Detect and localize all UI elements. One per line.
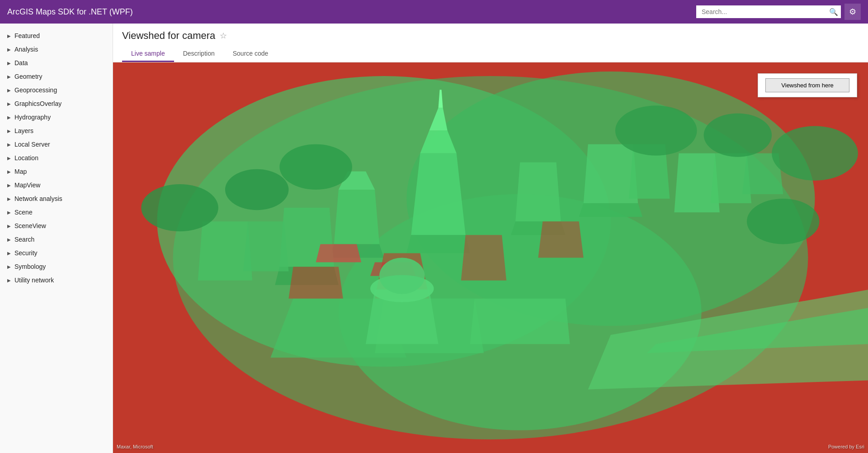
- sidebar-item-label: MapView: [14, 181, 40, 189]
- sidebar-item-geoprocessing[interactable]: ▶Geoprocessing: [0, 83, 113, 97]
- tab-bar: Live sampleDescriptionSource code: [122, 46, 859, 62]
- chevron-icon: ▶: [7, 156, 11, 161]
- chevron-icon: ▶: [7, 251, 11, 256]
- app-header: ArcGIS Maps SDK for .NET (WPF) 🔍 ⚙: [0, 0, 868, 24]
- sidebar-item-analysis[interactable]: ▶Analysis: [0, 43, 113, 56]
- sidebar-item-label: SceneView: [14, 222, 46, 229]
- favorite-icon[interactable]: ☆: [220, 31, 227, 41]
- sidebar-item-data[interactable]: ▶Data: [0, 56, 113, 70]
- sidebar-item-mapview[interactable]: ▶MapView: [0, 178, 113, 192]
- svg-point-25: [279, 144, 352, 190]
- svg-point-26: [225, 169, 288, 210]
- svg-marker-24: [243, 221, 288, 271]
- svg-marker-36: [461, 235, 506, 280]
- svg-marker-18: [579, 203, 642, 217]
- chevron-icon: ▶: [7, 129, 11, 134]
- title-row: Viewshed for camera ☆: [122, 30, 859, 42]
- svg-point-31: [747, 199, 820, 244]
- search-icon-button[interactable]: 🔍: [829, 8, 838, 16]
- page-title: Viewshed for camera: [122, 30, 215, 42]
- sidebar-item-label: Local Server: [14, 141, 50, 148]
- sidebar-item-layers[interactable]: ▶Layers: [0, 124, 113, 138]
- main-layout: ▶Featured▶Analysis▶Data▶Geometry▶Geoproc…: [0, 24, 868, 453]
- city-visualization: [113, 62, 868, 453]
- svg-marker-39: [316, 244, 361, 262]
- svg-marker-13: [515, 162, 561, 221]
- svg-point-27: [615, 105, 697, 155]
- sidebar-item-security[interactable]: ▶Security: [0, 246, 113, 260]
- sidebar-item-label: Map: [14, 168, 27, 175]
- sidebar-item-label: Geometry: [14, 73, 42, 80]
- map-area[interactable]: Viewshed from here Maxar, Microsoft Powe…: [113, 62, 868, 453]
- chevron-icon: ▶: [7, 169, 11, 174]
- header-right: 🔍 ⚙: [696, 4, 861, 20]
- content-header: Viewshed for camera ☆ Live sampleDescrip…: [113, 24, 868, 62]
- viewshed-button[interactable]: Viewshed from here: [765, 78, 849, 92]
- chevron-icon: ▶: [7, 47, 11, 52]
- chevron-icon: ▶: [7, 278, 11, 283]
- sidebar-item-map[interactable]: ▶Map: [0, 165, 113, 178]
- viewshed-panel: Viewshed from here: [758, 73, 857, 97]
- sidebar-item-label: Geoprocessing: [14, 86, 57, 94]
- sidebar-item-geometry[interactable]: ▶Geometry: [0, 70, 113, 83]
- chevron-icon: ▶: [7, 210, 11, 215]
- tab-live-sample[interactable]: Live sample: [122, 46, 174, 62]
- sidebar-item-scene[interactable]: ▶Scene: [0, 205, 113, 219]
- content-area: Viewshed for camera ☆ Live sampleDescrip…: [113, 24, 868, 453]
- svg-marker-37: [288, 267, 343, 299]
- chevron-icon: ▶: [7, 224, 11, 229]
- attribution-right: Powered by Esri: [828, 444, 864, 449]
- sidebar: ▶Featured▶Analysis▶Data▶Geometry▶Geoproc…: [0, 24, 113, 453]
- chevron-icon: ▶: [7, 264, 11, 269]
- sidebar-item-label: GraphicsOverlay: [14, 100, 61, 107]
- chevron-icon: ▶: [7, 88, 11, 93]
- sidebar-item-label: Scene: [14, 209, 33, 216]
- chevron-icon: ▶: [7, 183, 11, 188]
- chevron-icon: ▶: [7, 115, 11, 120]
- app-title: ArcGIS Maps SDK for .NET (WPF): [7, 7, 133, 17]
- sidebar-item-label: Network analysis: [14, 195, 62, 202]
- sidebar-item-symbology[interactable]: ▶Symbology: [0, 260, 113, 273]
- svg-point-28: [704, 113, 772, 157]
- sidebar-item-label: Security: [14, 249, 38, 257]
- svg-marker-5: [411, 153, 465, 235]
- sidebar-item-search[interactable]: ▶Search: [0, 233, 113, 246]
- sidebar-item-hydrography[interactable]: ▶Hydrography: [0, 110, 113, 124]
- sidebar-item-label: Data: [14, 59, 28, 67]
- sidebar-item-label: Featured: [14, 32, 40, 39]
- chevron-icon: ▶: [7, 237, 11, 242]
- svg-marker-6: [406, 235, 470, 253]
- sidebar-item-label: Analysis: [14, 46, 38, 53]
- svg-marker-34: [470, 299, 570, 344]
- settings-button[interactable]: ⚙: [844, 4, 861, 20]
- sidebar-item-label: Utility network: [14, 277, 54, 284]
- sidebar-item-label: Layers: [14, 127, 33, 134]
- tab-source-code[interactable]: Source code: [224, 46, 278, 62]
- sidebar-item-local-server[interactable]: ▶Local Server: [0, 138, 113, 151]
- chevron-icon: ▶: [7, 196, 11, 201]
- svg-marker-38: [538, 221, 583, 257]
- chevron-icon: ▶: [7, 61, 11, 66]
- attribution-left: Maxar, Microsoft: [117, 444, 153, 449]
- chevron-icon: ▶: [7, 101, 11, 106]
- svg-marker-23: [198, 221, 252, 280]
- search-wrapper: 🔍: [696, 5, 841, 18]
- svg-point-43: [379, 258, 425, 294]
- tab-description[interactable]: Description: [174, 46, 224, 62]
- sidebar-item-label: Hydrography: [14, 114, 51, 121]
- svg-point-29: [141, 184, 218, 231]
- sidebar-item-sceneview[interactable]: ▶SceneView: [0, 219, 113, 233]
- sidebar-item-graphicsoverlay[interactable]: ▶GraphicsOverlay: [0, 97, 113, 110]
- sidebar-item-utility-network[interactable]: ▶Utility network: [0, 273, 113, 287]
- sidebar-item-location[interactable]: ▶Location: [0, 151, 113, 165]
- sidebar-item-featured[interactable]: ▶Featured: [0, 29, 113, 43]
- search-input[interactable]: [696, 5, 841, 18]
- svg-marker-10: [334, 190, 379, 244]
- chevron-icon: ▶: [7, 74, 11, 79]
- chevron-icon: ▶: [7, 33, 11, 38]
- sidebar-item-label: Symbology: [14, 263, 46, 270]
- chevron-icon: ▶: [7, 142, 11, 147]
- sidebar-item-network-analysis[interactable]: ▶Network analysis: [0, 192, 113, 205]
- svg-point-30: [772, 126, 858, 180]
- sidebar-item-label: Location: [14, 154, 38, 162]
